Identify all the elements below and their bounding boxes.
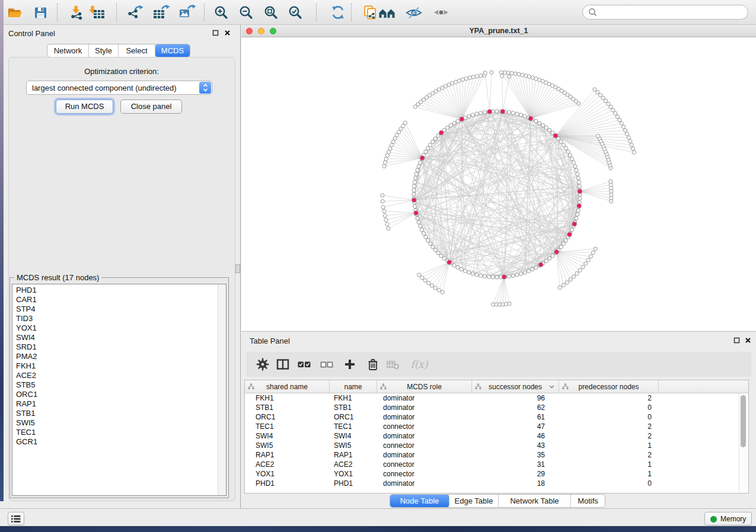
network-leaf-node[interactable] xyxy=(615,115,619,118)
network-leaf-node[interactable] xyxy=(589,255,592,258)
network-leaf-node[interactable] xyxy=(609,105,613,108)
mcds-result-item[interactable]: TEC1 xyxy=(16,428,226,437)
network-leaf-node[interactable] xyxy=(575,272,579,275)
network-node[interactable] xyxy=(544,259,548,262)
network-leaf-node[interactable] xyxy=(618,118,621,121)
network-leaf-node[interactable] xyxy=(593,88,596,91)
network-hub-node[interactable] xyxy=(500,110,505,114)
mcds-result-item[interactable]: ORC1 xyxy=(16,390,226,399)
tab-edge-table[interactable]: Edge Table xyxy=(449,495,499,507)
network-node[interactable] xyxy=(431,140,435,143)
network-leaf-node[interactable] xyxy=(381,200,384,203)
network-hub-node[interactable] xyxy=(538,262,543,267)
network-hub-node[interactable] xyxy=(412,198,417,203)
network-node[interactable] xyxy=(413,204,416,208)
network-node[interactable] xyxy=(433,248,437,252)
network-node[interactable] xyxy=(511,111,515,115)
network-leaf-node[interactable] xyxy=(531,76,534,79)
network-node[interactable] xyxy=(573,165,577,168)
network-leaf-node[interactable] xyxy=(387,227,390,230)
column-header-successor-nodes[interactable]: successor nodes xyxy=(472,380,559,393)
mcds-result-item[interactable]: TID3 xyxy=(16,314,226,323)
network-leaf-node[interactable] xyxy=(591,251,595,254)
network-leaf-node[interactable] xyxy=(383,214,387,217)
mcds-result-item[interactable]: SWI4 xyxy=(16,333,226,342)
network-leaf-node[interactable] xyxy=(427,281,430,285)
mcds-result-item[interactable]: PHD1 xyxy=(16,286,226,295)
network-hub-node[interactable] xyxy=(487,110,492,114)
column-header-predecessor-nodes[interactable]: predecessor nodes xyxy=(559,380,659,393)
network-leaf-node[interactable] xyxy=(632,150,636,154)
network-node[interactable] xyxy=(412,188,416,192)
network-node[interactable] xyxy=(479,111,483,115)
network-node[interactable] xyxy=(534,265,538,269)
table-row[interactable]: FKH1FKH1dominator962 xyxy=(245,393,748,403)
network-leaf-node[interactable] xyxy=(384,218,388,222)
add-column-icon[interactable] xyxy=(342,357,358,371)
network-node[interactable] xyxy=(495,110,499,113)
network-leaf-node[interactable] xyxy=(437,289,441,292)
network-node[interactable] xyxy=(483,110,486,114)
network-leaf-node[interactable] xyxy=(614,111,617,115)
network-leaf-node[interactable] xyxy=(624,129,627,132)
network-leaf-node[interactable] xyxy=(383,161,387,164)
column-header-name[interactable]: name xyxy=(330,380,377,393)
network-leaf-node[interactable] xyxy=(382,209,386,213)
network-node[interactable] xyxy=(578,184,581,188)
float-panel-icon[interactable] xyxy=(733,336,741,344)
network-leaf-node[interactable] xyxy=(506,71,510,75)
network-leaf-node[interactable] xyxy=(468,76,471,79)
mcds-result-item[interactable]: ACE2 xyxy=(16,371,226,380)
hide-selected-icon[interactable] xyxy=(404,3,424,22)
network-node[interactable] xyxy=(572,161,575,164)
network-node[interactable] xyxy=(419,161,422,164)
network-window-titlebar[interactable]: YPA_prune.txt_1 xyxy=(241,25,756,37)
network-leaf-node[interactable] xyxy=(625,132,629,136)
network-leaf-node[interactable] xyxy=(598,93,602,97)
network-node[interactable] xyxy=(426,146,429,150)
mcds-result-list[interactable]: PHD1CAR1STP4TID3YOX1SWI4SRD1PMA2FKH1ACE2… xyxy=(12,284,227,496)
network-node[interactable] xyxy=(515,273,519,277)
network-node[interactable] xyxy=(428,242,432,245)
table-row[interactable]: PHD1PHD1dominator180 xyxy=(245,479,748,488)
network-hub-node[interactable] xyxy=(420,156,425,161)
network-node[interactable] xyxy=(449,123,452,127)
network-hub-node[interactable] xyxy=(447,260,452,265)
select-all-icon[interactable] xyxy=(296,357,312,371)
network-node[interactable] xyxy=(416,168,419,172)
network-leaf-node[interactable] xyxy=(558,286,562,289)
close-panel-button[interactable]: Close panel xyxy=(120,100,182,114)
network-node[interactable] xyxy=(479,274,483,277)
network-node[interactable] xyxy=(570,157,573,161)
network-leaf-node[interactable] xyxy=(464,77,468,81)
network-node[interactable] xyxy=(566,150,570,153)
network-leaf-node[interactable] xyxy=(385,222,389,226)
first-neighbors-icon[interactable] xyxy=(377,3,397,22)
network-leaf-node[interactable] xyxy=(534,77,538,81)
network-node[interactable] xyxy=(452,264,456,267)
network-leaf-node[interactable] xyxy=(513,72,517,75)
table-row[interactable]: SWI4SWI4dominator462 xyxy=(245,431,748,441)
close-panel-icon[interactable] xyxy=(744,336,752,344)
table-row[interactable]: ORC1ORC1dominator610 xyxy=(245,412,748,422)
network-node[interactable] xyxy=(417,165,420,168)
network-node[interactable] xyxy=(413,180,416,184)
network-node[interactable] xyxy=(446,126,449,129)
network-node[interactable] xyxy=(541,123,545,127)
network-leaf-node[interactable] xyxy=(483,71,487,75)
horizontal-splitter[interactable] xyxy=(241,331,756,332)
tab-node-table[interactable]: Node Table xyxy=(390,495,449,507)
network-hub-node[interactable] xyxy=(567,232,572,237)
tab-mcds[interactable]: MCDS xyxy=(155,44,190,57)
network-node[interactable] xyxy=(570,228,573,232)
tab-network-table[interactable]: Network Table xyxy=(499,495,571,507)
network-hub-node[interactable] xyxy=(414,211,419,216)
network-node[interactable] xyxy=(548,129,551,132)
network-hub-node[interactable] xyxy=(528,116,533,121)
mcds-result-item[interactable]: SWI5 xyxy=(16,418,226,428)
export-image-icon[interactable] xyxy=(177,3,197,22)
network-node[interactable] xyxy=(471,272,474,275)
network-leaf-node[interactable] xyxy=(454,80,457,84)
network-node[interactable] xyxy=(562,143,565,147)
network-hub-node[interactable] xyxy=(439,130,444,135)
